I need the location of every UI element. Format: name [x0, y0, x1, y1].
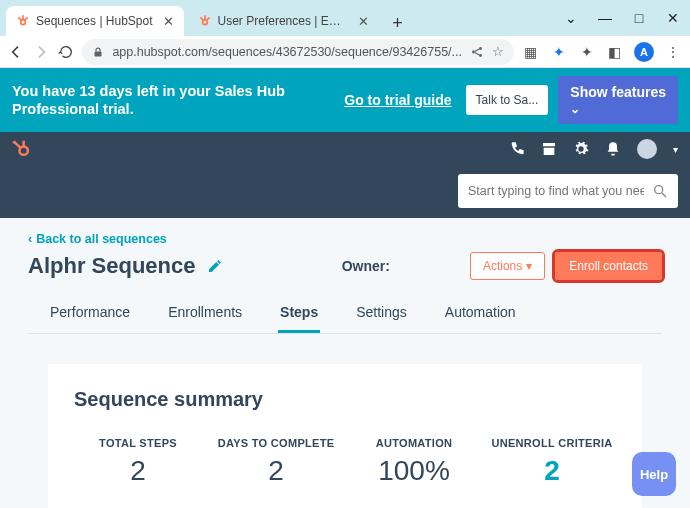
svg-point-17 — [13, 141, 16, 144]
sprocket-icon — [198, 14, 212, 28]
summary-stats: TOTAL STEPS 2 DAYS TO COMPLETE 2 AUTOMAT… — [74, 437, 616, 487]
stat-unenroll-criteria: UNENROLL CRITERIA 2 — [488, 437, 616, 487]
stat-automation: AUTOMATION 100% — [350, 437, 478, 487]
stat-days-to-complete: DAYS TO COMPLETE 2 — [212, 437, 340, 487]
trial-banner: You have 13 days left in your Sales Hub … — [0, 68, 690, 132]
svg-rect-8 — [95, 51, 102, 56]
page-header: Alphr Sequence Owner: Actions ▾ Enroll c… — [28, 252, 662, 280]
trial-message: You have 13 days left in your Sales Hub … — [12, 82, 334, 118]
new-tab-button[interactable]: + — [385, 10, 411, 36]
page-tabs: Performance Enrollments Steps Settings A… — [28, 300, 662, 334]
maximize-button[interactable]: □ — [622, 10, 656, 26]
close-icon[interactable]: ✕ — [163, 14, 174, 29]
forward-button[interactable] — [33, 42, 50, 62]
search-input[interactable] — [468, 184, 644, 198]
summary-card: Sequence summary TOTAL STEPS 2 DAYS TO C… — [48, 364, 642, 508]
extension-icon[interactable]: ◧ — [606, 43, 624, 61]
chevron-down-icon[interactable]: ⌄ — [554, 10, 588, 26]
actions-dropdown-button[interactable]: Actions ▾ — [470, 252, 545, 280]
sequence-title: Alphr Sequence — [28, 253, 195, 279]
hubspot-nav: ▾ — [0, 132, 690, 166]
svg-point-18 — [655, 186, 663, 194]
browser-toolbar: app.hubspot.com/sequences/43672530/seque… — [0, 36, 690, 68]
edit-pencil-icon[interactable] — [207, 258, 223, 274]
chevron-down-icon[interactable]: ▾ — [673, 144, 678, 155]
reload-button[interactable] — [58, 42, 75, 62]
window-titlebar: Sequences | HubSpot ✕ User Preferences |… — [0, 0, 690, 36]
phone-icon[interactable] — [509, 141, 525, 157]
gear-icon[interactable] — [573, 141, 589, 157]
bell-icon[interactable] — [605, 141, 621, 157]
chevron-left-icon: ‹ — [28, 232, 32, 246]
show-features-toggle[interactable]: Show features ⌄ — [558, 76, 678, 124]
svg-line-16 — [15, 143, 21, 148]
browser-tab-active[interactable]: Sequences | HubSpot ✕ — [6, 6, 184, 36]
marketplace-icon[interactable] — [541, 141, 557, 157]
extension-icon[interactable]: ▦ — [522, 43, 540, 61]
address-bar[interactable]: app.hubspot.com/sequences/43672530/seque… — [82, 39, 514, 65]
extensions-cluster: ▦ ✦ ✦ ◧ A ⋮ — [522, 42, 682, 62]
svg-line-7 — [206, 18, 210, 21]
owner-label: Owner: — [342, 258, 390, 274]
tab-steps[interactable]: Steps — [278, 300, 320, 333]
lock-icon — [92, 46, 104, 58]
browser-tab[interactable]: User Preferences | Email ✕ — [188, 6, 379, 36]
profile-avatar[interactable]: A — [634, 42, 654, 62]
svg-line-19 — [662, 193, 666, 197]
sprocket-icon — [16, 14, 30, 28]
puzzle-icon[interactable]: ✦ — [578, 43, 596, 61]
hubspot-logo-icon[interactable] — [12, 139, 32, 159]
summary-title: Sequence summary — [74, 388, 616, 411]
search-icon[interactable] — [652, 183, 668, 199]
nav-search-row — [0, 166, 690, 218]
svg-line-12 — [475, 49, 480, 51]
tab-title: Sequences | HubSpot — [36, 14, 153, 28]
trial-guide-link[interactable]: Go to trial guide — [344, 91, 451, 109]
close-icon[interactable]: ✕ — [358, 14, 369, 29]
extension-icon[interactable]: ✦ — [550, 43, 568, 61]
user-avatar[interactable] — [637, 139, 657, 159]
chevron-down-icon: ⌄ — [570, 102, 666, 116]
minimize-button[interactable]: — — [588, 10, 622, 26]
url-text: app.hubspot.com/sequences/43672530/seque… — [112, 45, 462, 59]
svg-line-2 — [18, 18, 22, 21]
window-controls: ⌄ — □ ✕ — [554, 0, 690, 36]
tab-automation[interactable]: Automation — [443, 300, 518, 333]
kebab-menu-icon[interactable]: ⋮ — [664, 43, 682, 61]
share-icon[interactable] — [470, 45, 484, 59]
svg-line-13 — [475, 52, 480, 54]
tab-title: User Preferences | Email — [218, 14, 348, 28]
stat-total-steps: TOTAL STEPS 2 — [74, 437, 202, 487]
back-button[interactable] — [8, 42, 25, 62]
global-search[interactable] — [458, 174, 678, 208]
page-content: ‹ Back to all sequences Alphr Sequence O… — [0, 218, 690, 508]
browser-tabs: Sequences | HubSpot ✕ User Preferences |… — [0, 0, 411, 36]
talk-to-sales-button[interactable]: Talk to Sa... — [466, 85, 549, 115]
enroll-contacts-button[interactable]: Enroll contacts — [555, 252, 662, 280]
close-window-button[interactable]: ✕ — [656, 10, 690, 26]
tab-settings[interactable]: Settings — [354, 300, 409, 333]
tab-enrollments[interactable]: Enrollments — [166, 300, 244, 333]
svg-line-3 — [24, 18, 28, 21]
caret-down-icon: ▾ — [526, 259, 532, 273]
back-to-sequences-link[interactable]: ‹ Back to all sequences — [28, 232, 662, 246]
tab-performance[interactable]: Performance — [48, 300, 132, 333]
svg-line-6 — [200, 18, 204, 21]
help-button[interactable]: Help — [632, 452, 676, 496]
bookmark-star-icon[interactable]: ☆ — [492, 44, 504, 59]
